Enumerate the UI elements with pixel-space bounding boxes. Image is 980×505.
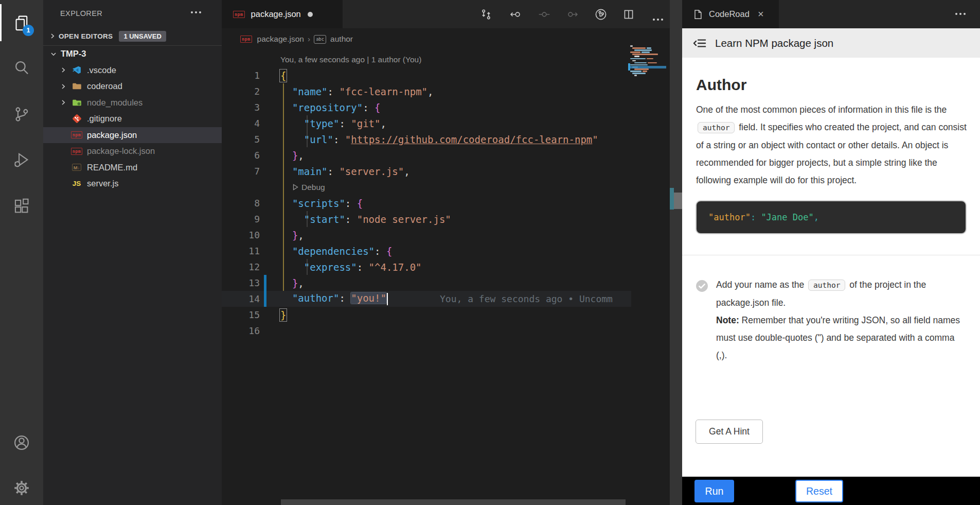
modified-line-marker	[264, 275, 266, 291]
get-a-hint-button[interactable]: Get A Hint	[696, 420, 763, 444]
file-label: package-lock.json	[87, 146, 155, 156]
extensions-icon[interactable]	[0, 190, 43, 222]
node-folder-icon	[70, 97, 83, 108]
code-line-7[interactable]: 7 "main": "server.js",	[222, 163, 631, 179]
code-line-1[interactable]: 1{	[222, 67, 631, 83]
tab-package-json[interactable]: npm package.json	[222, 0, 343, 28]
line-number: 14	[222, 293, 260, 304]
code-text: "scripts": {	[280, 198, 363, 209]
code-line-15[interactable]: 15}	[222, 307, 631, 323]
code-line-11[interactable]: 11 "dependencies": {	[222, 243, 631, 259]
code-line-16[interactable]: 16	[222, 323, 631, 339]
code-editor[interactable]: You, a few seconds ago | 1 author (You)1…	[222, 51, 631, 339]
code-text: "type": "git",	[280, 118, 386, 129]
js-icon: JS	[70, 179, 83, 189]
code-line-8[interactable]: 8 "scripts": {	[222, 195, 631, 211]
settings-gear-icon[interactable]	[0, 472, 43, 504]
example-code-block: "author": "Jane Doe",	[696, 200, 967, 234]
line-number: 16	[222, 325, 260, 336]
compare-changes-icon[interactable]	[480, 8, 492, 21]
inline-code: author	[808, 280, 845, 291]
run-debug-icon[interactable]	[0, 144, 43, 176]
file-row-coderoad[interactable]: coderoad	[43, 78, 222, 95]
code-line-6[interactable]: 6 },	[222, 147, 631, 163]
line-number: 5	[222, 134, 260, 145]
minimap-cursor-tick	[628, 63, 630, 71]
explorer-sidebar: EXPLORER OPEN EDITORS 1 UNSAVED TMP-3 .v…	[43, 0, 222, 505]
tab-label: package.json	[251, 9, 301, 19]
code-line-2[interactable]: 2 "name": "fcc-learn-npm",	[222, 83, 631, 99]
tab-coderoad[interactable]: CodeRoad ×	[682, 0, 779, 28]
file-label: coderoad	[87, 81, 122, 91]
debug-codelens[interactable]: Debug	[293, 183, 325, 192]
npm-file-icon: npm	[233, 11, 245, 18]
breadcrumb-file[interactable]: package.json	[257, 34, 304, 44]
line-number: 8	[222, 198, 260, 208]
change-disabled-icon[interactable]	[538, 8, 550, 21]
section-paragraph: One of the most common pieces of informa…	[696, 101, 969, 189]
unsaved-dot-icon[interactable]	[308, 12, 313, 17]
close-icon[interactable]: ×	[758, 8, 764, 20]
code-line-9[interactable]: 9 "start": "node server.js"	[222, 211, 631, 227]
explorer-badge: 1	[23, 25, 34, 36]
codelens-row[interactable]: You, a few seconds ago | 1 author (You)	[222, 51, 631, 67]
coderoad-header: Learn NPM package json	[682, 28, 980, 58]
code-line-12[interactable]: 12 "express": "^4.17.0"	[222, 259, 631, 275]
line-number: 3	[222, 102, 260, 113]
horizontal-scrollbar[interactable]	[281, 499, 626, 505]
more-actions-icon[interactable]	[652, 13, 664, 26]
sidebar-header: EXPLORER	[43, 0, 222, 27]
run-button[interactable]: Run	[694, 480, 734, 502]
explorer-icon[interactable]	[0, 7, 43, 39]
minimap[interactable]	[628, 45, 670, 86]
breadcrumb-symbol[interactable]: author	[330, 34, 353, 44]
explorer-more-actions-icon[interactable]	[191, 11, 201, 13]
git-blame-annotation: You, a few seconds ago • Uncomm	[440, 291, 613, 307]
code-line-10[interactable]: 10 },	[222, 227, 631, 243]
file-row-README.md[interactable]: M↓README.md	[43, 160, 222, 176]
file-row-node_modules[interactable]: node_modules	[43, 95, 222, 111]
coderoad-tab-label: CodeRoad	[709, 9, 750, 19]
tree-root-tmp-3[interactable]: TMP-3	[43, 46, 222, 62]
code-line-3[interactable]: 3 "repository": {	[222, 99, 631, 115]
git-icon	[70, 114, 83, 124]
open-changes-circle-icon[interactable]	[595, 8, 607, 21]
code-text	[280, 325, 286, 337]
menu-collapse-icon[interactable]	[692, 36, 707, 50]
next-change-icon[interactable]	[566, 8, 579, 21]
code-line-14[interactable]: 14 "author": "you!"You, a few seconds ag…	[222, 291, 631, 307]
code-text: }	[280, 309, 286, 321]
editor-group: npm package.json	[222, 0, 682, 505]
codelens-row[interactable]: Debug	[222, 179, 631, 195]
file-icon	[692, 9, 703, 20]
file-row-server.js[interactable]: JSserver.js	[43, 176, 222, 192]
breadcrumb[interactable]: npm package.json › abc author	[222, 28, 682, 50]
code-text: "repository": {	[280, 102, 381, 113]
file-row-package-lock.json[interactable]: npmpackage-lock.json	[43, 143, 222, 160]
account-icon[interactable]	[0, 427, 43, 459]
search-icon[interactable]	[0, 51, 43, 83]
file-row-.gitignore[interactable]: .gitignore	[43, 111, 222, 127]
split-editor-icon[interactable]	[622, 8, 635, 21]
reset-button[interactable]: Reset	[795, 480, 843, 502]
file-row-package.json[interactable]: npmpackage.json	[43, 127, 222, 144]
code-line-13[interactable]: 13 },	[222, 275, 631, 291]
editor-scrollbar-gutter[interactable]	[670, 0, 682, 505]
line-number: 6	[222, 150, 260, 161]
file-row-.vscode[interactable]: .vscode	[43, 62, 222, 79]
code-line-5[interactable]: 5 "url": "https://github.com/coderoad/fc…	[222, 131, 631, 147]
previous-change-icon[interactable]	[509, 8, 522, 21]
sidebar-title: EXPLORER	[60, 9, 102, 18]
code-text: {	[280, 70, 286, 81]
scrollbar-thumb[interactable]	[674, 193, 682, 209]
panel-more-actions-icon[interactable]	[955, 13, 966, 15]
section-heading: Author	[696, 76, 967, 94]
scrollbar-decoration	[670, 188, 674, 210]
source-control-icon[interactable]	[0, 98, 43, 130]
file-label: .vscode	[87, 65, 116, 75]
chevron-right-icon	[58, 65, 68, 75]
code-line-4[interactable]: 4 "type": "git",	[222, 115, 631, 131]
code-text: "express": "^4.17.0"	[280, 262, 422, 273]
open-editors-section[interactable]: OPEN EDITORS 1 UNSAVED	[43, 27, 222, 46]
blame-codelens[interactable]: You, a few seconds ago | 1 author (You)	[280, 55, 421, 64]
